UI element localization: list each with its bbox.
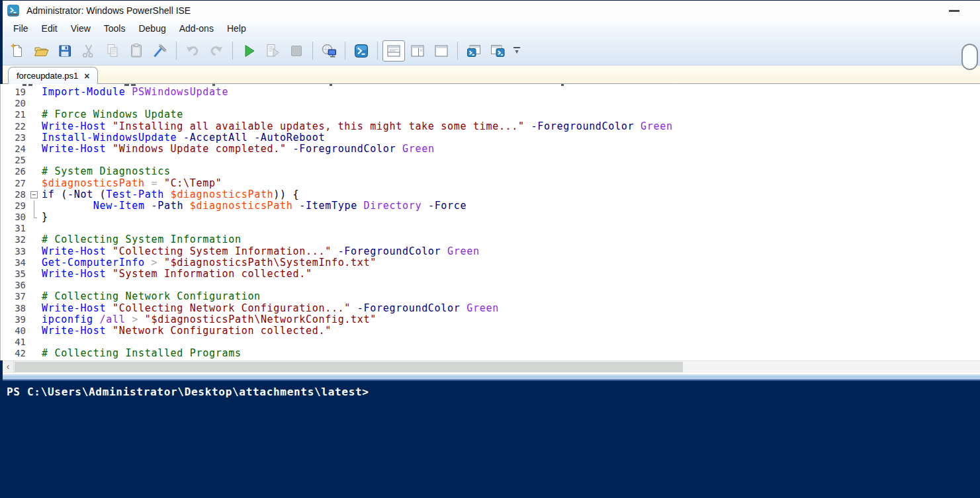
toolbar-overflow-chevron-icon: ▾ bbox=[515, 49, 518, 54]
fold-column bbox=[27, 337, 42, 348]
menu-view[interactable]: View bbox=[64, 21, 97, 36]
run-script-button[interactable] bbox=[238, 40, 260, 62]
scroll-left-icon[interactable]: ‹ bbox=[3, 361, 14, 373]
fold-column bbox=[27, 144, 42, 155]
clipped-line-fragment bbox=[561, 84, 564, 86]
menu-tools[interactable]: Tools bbox=[97, 21, 132, 36]
code-text: Write-Host "Collecting System Informatio… bbox=[42, 246, 980, 257]
code-line: 35Write-Host "System Information collect… bbox=[1, 269, 980, 280]
tab-bar: forceupdate.ps1 × bbox=[3, 65, 980, 84]
code-line: 41 bbox=[1, 337, 980, 348]
code-line: 36 bbox=[1, 280, 980, 291]
stop-operation-icon bbox=[289, 43, 304, 59]
new-script-button[interactable] bbox=[6, 40, 28, 62]
code-line: 26# System Diagnostics bbox=[1, 166, 980, 177]
code-text bbox=[42, 155, 980, 166]
save-button[interactable] bbox=[54, 40, 76, 62]
line-number: 41 bbox=[1, 337, 27, 348]
line-number: 29 bbox=[1, 200, 27, 212]
code-line: 40Write-Host "Network Configuration coll… bbox=[1, 325, 980, 337]
toolbar: ▾ bbox=[3, 36, 980, 65]
menu-file[interactable]: File bbox=[7, 21, 35, 36]
powershell-tab-alt-icon bbox=[490, 43, 506, 59]
code-line: 20 bbox=[1, 98, 980, 109]
fold-column bbox=[27, 155, 42, 166]
console-pane[interactable]: PS C:\Users\Administrator\Desktop\attach… bbox=[0, 381, 980, 498]
new-remote-powershell-tab-button[interactable] bbox=[318, 40, 340, 62]
powershell-tab-alt-button[interactable] bbox=[486, 40, 509, 62]
code-line: 21# Force Windows Update bbox=[1, 109, 980, 120]
code-text: Write-Host "Windows Update completed." -… bbox=[42, 144, 980, 155]
toolbar-separator bbox=[377, 42, 378, 60]
horizontal-scrollbar-thumb[interactable] bbox=[15, 362, 683, 372]
redo-button[interactable] bbox=[205, 40, 228, 62]
line-number: 22 bbox=[1, 121, 27, 132]
minimize-button[interactable] bbox=[946, 5, 963, 17]
code-line: 28−if (-Not (Test-Path $diagnosticsPath)… bbox=[1, 189, 980, 200]
line-number: 32 bbox=[1, 234, 27, 245]
cut-button[interactable] bbox=[77, 40, 100, 62]
powershell-tab-button[interactable] bbox=[463, 40, 485, 62]
fold-column bbox=[27, 109, 42, 120]
code-line: 19Import-Module PSWindowsUpdate bbox=[1, 87, 980, 98]
floating-scrollbar-thumb[interactable] bbox=[961, 44, 978, 70]
run-script-icon bbox=[241, 43, 257, 59]
title-bar: Administrator: Windows PowerShell ISE bbox=[3, 0, 980, 20]
script-editor-pane[interactable]: 19Import-Module PSWindowsUpdate2021# For… bbox=[0, 84, 980, 360]
copy-icon bbox=[105, 43, 120, 59]
fold-column bbox=[27, 246, 42, 257]
menu-bar: FileEditViewToolsDebugAdd-onsHelp bbox=[3, 20, 980, 36]
line-number: 27 bbox=[1, 178, 27, 189]
script-pane-top-icon bbox=[386, 43, 402, 59]
open-script-button[interactable] bbox=[30, 40, 52, 62]
code-text bbox=[42, 98, 980, 109]
line-number: 28 bbox=[1, 189, 27, 200]
paste-button[interactable] bbox=[125, 40, 148, 62]
code-text: } bbox=[42, 212, 980, 223]
clipped-line-fragment bbox=[131, 84, 136, 86]
menu-debug[interactable]: Debug bbox=[132, 21, 172, 36]
script-pane-right-button[interactable] bbox=[406, 40, 429, 62]
pane-separator[interactable] bbox=[3, 373, 980, 381]
code-text: Write-Host "Collecting Network Configura… bbox=[42, 303, 980, 314]
fold-column bbox=[27, 314, 42, 325]
code-text bbox=[42, 337, 980, 348]
fold-column bbox=[27, 98, 42, 109]
fold-column bbox=[27, 325, 42, 337]
clipped-line-fragment bbox=[22, 84, 26, 86]
fold-column bbox=[27, 303, 42, 314]
code-line: 31 bbox=[1, 223, 980, 234]
fold-collapse-icon[interactable]: − bbox=[27, 189, 42, 200]
line-number: 31 bbox=[1, 223, 27, 234]
fold-column bbox=[27, 200, 42, 212]
tab-forceupdate-ps1[interactable]: forceupdate.ps1 × bbox=[8, 67, 98, 84]
run-selection-button[interactable] bbox=[261, 40, 284, 62]
fold-column bbox=[27, 291, 42, 302]
toolbar-overflow-button[interactable]: ▾ bbox=[511, 40, 523, 62]
powershell-tab-icon bbox=[466, 43, 482, 59]
script-pane-top-button[interactable] bbox=[382, 40, 405, 62]
code-line: 30} bbox=[1, 212, 980, 223]
new-remote-powershell-tab-icon bbox=[321, 43, 337, 59]
menu-edit[interactable]: Edit bbox=[35, 21, 64, 36]
code-line: 23Install-WindowsUpdate -AcceptAll -Auto… bbox=[1, 132, 980, 144]
run-selection-icon bbox=[265, 43, 281, 59]
fold-column bbox=[27, 87, 42, 98]
menu-help[interactable]: Help bbox=[220, 21, 253, 36]
line-number: 37 bbox=[1, 291, 27, 302]
line-number: 24 bbox=[1, 144, 27, 155]
line-number: 25 bbox=[1, 155, 27, 166]
powershell-ise-window: Administrator: Windows PowerShell ISE Fi… bbox=[0, 0, 980, 498]
script-pane-maximized-button[interactable] bbox=[430, 40, 453, 62]
close-tab-icon[interactable]: × bbox=[84, 71, 89, 81]
code-text: Write-Host "System Information collected… bbox=[42, 269, 980, 280]
start-powershell-button[interactable] bbox=[350, 40, 373, 62]
code-text bbox=[42, 223, 980, 234]
horizontal-scrollbar[interactable]: ‹ bbox=[3, 360, 980, 373]
menu-addons[interactable]: Add-ons bbox=[173, 21, 220, 36]
clear-console-pane-button[interactable] bbox=[149, 40, 171, 62]
copy-button[interactable] bbox=[101, 40, 124, 62]
stop-operation-button[interactable] bbox=[285, 40, 308, 62]
redo-icon bbox=[208, 43, 224, 59]
undo-button[interactable] bbox=[181, 40, 204, 62]
